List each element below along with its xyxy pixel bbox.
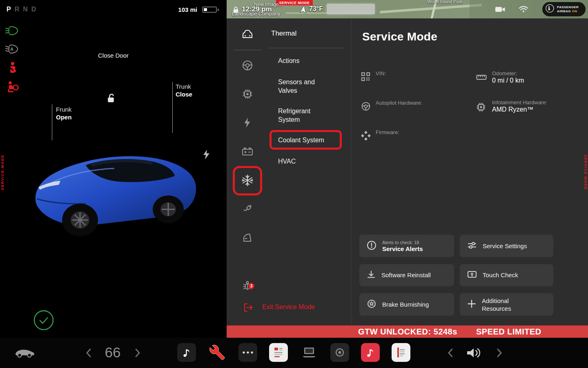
app-icon-display[interactable] — [300, 343, 318, 362]
touch-check-button[interactable]: Touch Check — [460, 264, 553, 286]
brake-burnishing-label: Brake Burnishing — [382, 301, 429, 308]
app-icon-diagnostics[interactable] — [269, 343, 288, 362]
close-door-button[interactable]: Close Door — [94, 52, 133, 59]
trunk-control[interactable]: Trunk Close — [176, 83, 192, 98]
airbag-state: ON — [572, 9, 577, 13]
service-settings-label: Service Settings — [483, 242, 527, 250]
svg-text:A: A — [10, 47, 13, 52]
menu-item-sensors-valves[interactable]: Sensors and Valves — [278, 78, 323, 95]
exit-service-mode-button[interactable]: Exit Service Mode — [262, 303, 315, 311]
odometer-value: 0 mi / 0 km — [492, 77, 524, 84]
screen: PRND 103 mi A SERVI — [0, 0, 588, 368]
app-icon-media-player[interactable] — [177, 343, 196, 362]
gps-heading-icon — [299, 5, 307, 16]
speed-limited-text: SPEED LIMITED — [476, 327, 541, 337]
charge-port-icon[interactable] — [203, 150, 210, 161]
autopilot-hw-label: Autopilot Hardware: — [376, 100, 422, 106]
service-alerts-label: Service Alerts — [382, 245, 423, 252]
infotainment-hw-value: AMD Ryzen™ — [492, 106, 533, 113]
menu-item-actions[interactable]: Actions — [278, 56, 339, 65]
software-reinstall-button[interactable]: Software Reinstall — [359, 264, 454, 286]
sliders-icon — [467, 241, 477, 251]
infotainment-hw-icon — [476, 102, 486, 114]
menu-item-coolant-system[interactable]: Coolant System — [278, 136, 347, 144]
debug-alert-badge: 3 — [248, 283, 254, 289]
airbag-warning-icon — [6, 80, 19, 95]
trunk-state-button[interactable]: Close — [176, 91, 192, 98]
additional-resources-label: Additional Resources — [482, 297, 527, 312]
battery-icon-tip — [218, 9, 219, 11]
rail-tab-high-voltage[interactable] — [239, 114, 256, 131]
rail-tab-thermal[interactable] — [239, 172, 256, 188]
gear-p[interactable]: P — [7, 6, 11, 13]
vin-label: VIN: — [376, 70, 386, 76]
gtw-banner: GTW UNLOCKED: 5248s SPEED LIMITED — [227, 325, 588, 338]
app-icon-all-apps[interactable] — [238, 343, 257, 362]
firmware-label: Firmware: — [376, 129, 399, 135]
passenger-airbag-badge: PASSENGER AIRBAG ON — [542, 2, 586, 16]
vehicle-3d-view — [24, 123, 204, 243]
frunk-state-button[interactable]: Open — [56, 114, 71, 121]
volume-down-chevron[interactable] — [448, 348, 453, 359]
rail-tab-underline — [234, 50, 261, 50]
airbag-text-line2: AIRBAG — [557, 9, 571, 13]
blurred-map-label — [327, 4, 375, 14]
service-alerts-button[interactable]: Alerts to check: 18 Service Alerts — [359, 235, 454, 257]
menu-item-refrigerant-system[interactable]: Refrigerant System — [278, 107, 321, 124]
map-label-park: Wood Island Park — [427, 0, 463, 4]
vin-icon — [361, 72, 370, 83]
menu-title: Thermal — [271, 29, 296, 38]
rail-tab-computer[interactable] — [239, 86, 256, 102]
temp-decrease-chevron[interactable] — [86, 348, 91, 359]
gear-n[interactable]: N — [23, 6, 28, 13]
page-title: Service Mode — [362, 30, 437, 43]
seatbelt-warning-icon — [7, 61, 18, 76]
autopilot-hw-icon — [361, 101, 371, 113]
service-mode-vertical-left: SERVICE MODE — [0, 155, 4, 190]
dashcam-status-icon[interactable] — [495, 6, 506, 14]
touch-screen-icon — [467, 270, 477, 280]
app-icon-music-streaming[interactable] — [361, 343, 380, 362]
vehicle-controls-icon[interactable] — [14, 347, 35, 360]
airbag-text-line1: PASSENGER — [557, 5, 579, 9]
menu-item-hvac[interactable]: HVAC — [278, 157, 339, 166]
rail-tab-battery[interactable] — [239, 143, 256, 159]
app-icon-service[interactable] — [208, 343, 227, 362]
alert-circle-icon — [367, 240, 376, 251]
auto-headlight-icon: A — [5, 44, 19, 56]
volume-icon[interactable] — [466, 347, 482, 361]
app-icon-dashcam[interactable] — [330, 343, 349, 362]
firmware-icon — [361, 131, 371, 142]
download-icon — [367, 270, 376, 280]
service-mode-vertical-right: SERVICE MODE — [584, 155, 588, 190]
gear-d[interactable]: D — [31, 6, 36, 13]
service-settings-button[interactable]: Service Settings — [460, 235, 553, 257]
gear-r[interactable]: R — [15, 6, 20, 13]
frunk-control[interactable]: Frunk Open — [56, 106, 71, 121]
rail-tab-vehicle[interactable] — [239, 27, 256, 43]
exit-service-mode-icon[interactable] — [243, 302, 254, 314]
rail-tab-steering[interactable] — [239, 57, 256, 74]
temp-increase-chevron[interactable] — [135, 348, 140, 359]
volume-up-chevron[interactable] — [497, 348, 502, 359]
brake-burnishing-button[interactable]: Brake Burnishing — [359, 293, 454, 316]
battery-icon — [202, 7, 217, 13]
additional-resources-button[interactable]: Additional Resources — [460, 293, 553, 316]
gear-selector[interactable]: PRND — [7, 6, 40, 13]
touch-check-label: Touch Check — [483, 272, 518, 279]
cabin-temperature[interactable]: 66 — [98, 344, 127, 361]
battery-range: 103 mi — [163, 6, 197, 13]
rail-tab-closures[interactable] — [239, 230, 256, 246]
infotainment-hw-label: Infotainment Hardware: — [492, 99, 547, 105]
alerts-count: Alerts to check: 18 — [382, 240, 423, 245]
plus-icon — [467, 299, 476, 310]
odometer-label: Odometer: — [492, 70, 517, 76]
app-icon-manual[interactable] — [392, 343, 410, 362]
trunk-label: Trunk — [176, 83, 192, 90]
confirm-check-button[interactable] — [33, 310, 54, 332]
frunk-label: Frunk — [56, 106, 71, 113]
wifi-icon[interactable] — [519, 6, 528, 14]
rail-tab-connectors[interactable] — [239, 201, 256, 217]
gtw-unlocked-text: GTW UNLOCKED: 5248s — [358, 327, 457, 337]
brake-disc-icon — [367, 299, 376, 310]
